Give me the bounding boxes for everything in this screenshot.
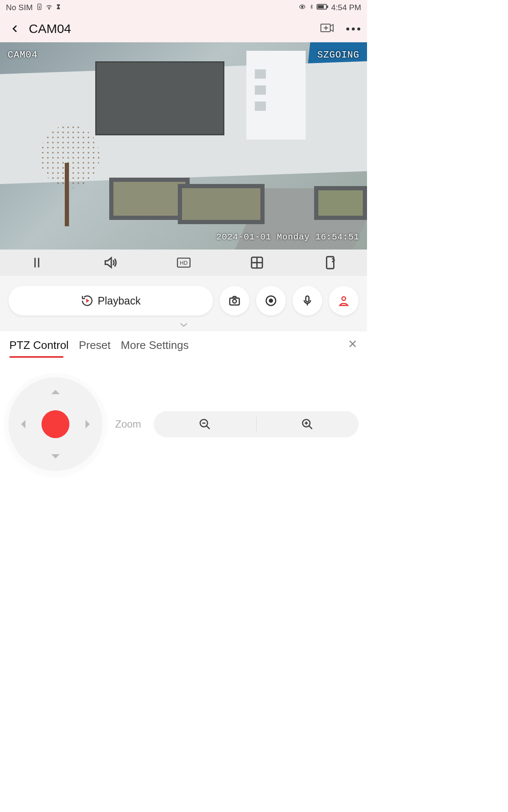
ptz-body: Zoom (0, 352, 367, 497)
hourglass-icon (55, 3, 61, 12)
tab-preset[interactable]: Preset (79, 339, 110, 352)
ptz-right-button[interactable] (86, 420, 94, 428)
more-menu-button[interactable] (346, 27, 360, 30)
close-panel-button[interactable] (348, 339, 358, 352)
pause-button[interactable] (0, 250, 73, 276)
svg-rect-6 (327, 5, 329, 8)
eye-icon (298, 3, 306, 12)
svg-line-28 (207, 426, 210, 429)
video-overlay-camera-id: CAM04 (8, 50, 38, 60)
ptz-down-button[interactable] (51, 454, 60, 463)
bluetooth-icon (309, 3, 314, 13)
zoom-in-button[interactable] (257, 418, 359, 431)
page-title: CAM04 (29, 22, 320, 36)
audio-button[interactable] (73, 250, 146, 276)
status-time: 4:54 PM (331, 3, 361, 12)
back-button[interactable] (7, 20, 24, 37)
multiview-button[interactable] (220, 250, 293, 276)
quality-button[interactable]: HD (147, 250, 220, 276)
svg-point-3 (301, 6, 303, 8)
svg-point-1 (39, 8, 40, 8)
zoom-control (154, 411, 359, 437)
wifi-icon (45, 3, 53, 13)
tabs: PTZ Control Preset More Settings (0, 331, 367, 352)
ptz-dpad[interactable] (8, 377, 102, 471)
playback-label: Playback (98, 295, 141, 307)
svg-rect-5 (318, 5, 324, 8)
svg-line-31 (309, 426, 312, 429)
screenshot-button[interactable] (220, 286, 249, 315)
ptz-up-button[interactable] (51, 386, 60, 394)
person-detect-button[interactable] (329, 286, 359, 315)
action-row: Playback (0, 276, 367, 319)
record-button[interactable] (256, 286, 286, 315)
video-overlay-brand: SZGOING (318, 50, 359, 60)
app-header: CAM04 (0, 15, 367, 42)
video-overlay-timestamp: 2024-01-01 Monday 16:54:51 (216, 232, 359, 242)
ptz-joystick[interactable] (41, 410, 69, 438)
add-camera-button[interactable] (320, 22, 334, 36)
status-bar: No SIM 4:54 PM (0, 0, 367, 15)
svg-rect-21 (306, 296, 309, 302)
sim-status-text: No SIM (6, 3, 33, 12)
svg-text:HD: HD (179, 260, 187, 266)
mic-button[interactable] (293, 286, 322, 315)
svg-point-23 (342, 297, 346, 301)
status-left: No SIM (6, 3, 61, 13)
svg-point-2 (49, 8, 50, 9)
video-toolbar: HD (0, 250, 367, 276)
playback-button[interactable]: Playback (8, 286, 213, 315)
rotate-button[interactable] (294, 250, 367, 276)
status-right: 4:54 PM (298, 3, 361, 13)
svg-point-18 (233, 299, 237, 303)
video-frame[interactable]: CAM04 SZGOING 2024-01-01 Monday 16:54:51 (0, 42, 367, 250)
expand-panel-handle[interactable] (0, 319, 367, 331)
zoom-label: Zoom (115, 418, 141, 430)
tab-more[interactable]: More Settings (121, 339, 188, 352)
ptz-left-button[interactable] (17, 420, 25, 428)
zoom-out-button[interactable] (154, 418, 256, 431)
svg-marker-16 (86, 299, 89, 303)
svg-point-20 (269, 299, 273, 303)
control-panel: PTZ Control Preset More Settings Zoom (0, 331, 367, 587)
tab-ptz[interactable]: PTZ Control (9, 339, 69, 352)
sim-icon (36, 3, 43, 12)
battery-icon (317, 3, 329, 12)
